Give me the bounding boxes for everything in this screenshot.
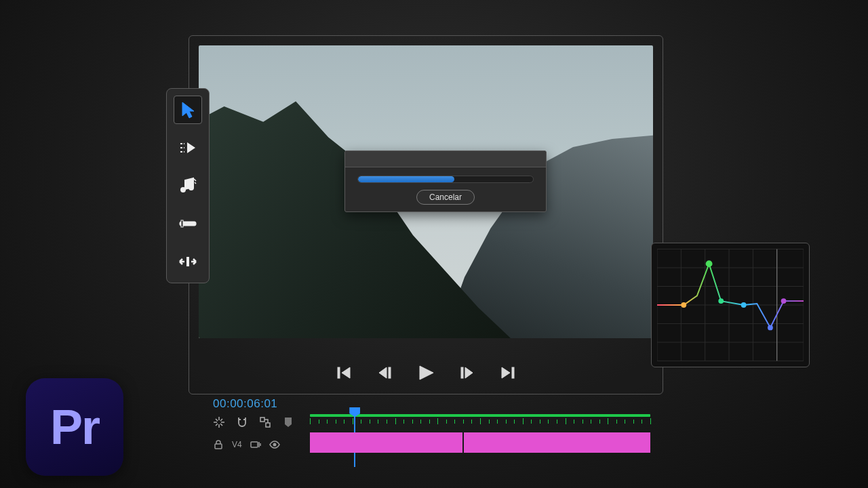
svg-point-33 [718,298,724,304]
timeline-panel: 00:00:06:01 V4 [213,397,654,428]
color-scopes-panel[interactable] [651,243,810,367]
clip-1[interactable] [310,432,462,453]
step-back-button[interactable] [374,361,397,384]
svg-rect-5 [461,367,463,378]
svg-marker-6 [465,367,473,378]
magnet-icon[interactable] [236,416,248,428]
svg-marker-7 [502,367,510,378]
play-button[interactable] [414,361,437,384]
snap-icon[interactable] [213,416,225,428]
svg-marker-4 [420,366,433,380]
go-to-in-button[interactable] [333,361,356,384]
time-ruler[interactable] [310,414,650,422]
svg-point-12 [189,186,193,190]
svg-point-41 [273,443,276,447]
toggle-track-output-icon[interactable] [269,439,280,450]
sync-lock-icon[interactable] [250,439,261,450]
svg-rect-15 [186,257,189,266]
svg-point-34 [741,302,747,308]
svg-point-31 [681,302,686,308]
razor-tool[interactable] [174,209,202,238]
app-icon-label: Pr [50,403,99,451]
marker-icon[interactable] [282,416,294,428]
timecode-display[interactable]: 00:00:06:01 [213,397,654,411]
go-to-out-button[interactable] [496,361,519,384]
step-forward-button[interactable] [455,361,478,384]
svg-marker-2 [379,367,387,378]
ripple-edit-tool[interactable] [174,247,202,276]
svg-rect-39 [215,444,222,449]
track-select-tool[interactable] [174,134,202,162]
svg-rect-0 [338,367,340,378]
svg-rect-3 [389,367,391,378]
svg-marker-9 [182,102,194,118]
svg-point-32 [706,260,713,267]
svg-rect-14 [181,220,183,227]
transport-controls [189,361,663,384]
track-label[interactable]: V4 [232,440,242,449]
selection-tool[interactable] [174,96,202,124]
video-track[interactable] [310,432,650,453]
svg-marker-1 [342,367,350,378]
clip-2[interactable] [464,432,650,453]
svg-point-11 [181,188,185,192]
dialog-titlebar[interactable] [345,151,546,167]
svg-rect-8 [512,367,514,378]
progress-dialog: Cancelar [344,150,547,212]
cancel-button[interactable]: Cancelar [416,190,475,205]
linked-selection-icon[interactable] [259,416,271,428]
svg-point-36 [781,298,787,304]
premiere-pro-app-icon: Pr [26,378,123,476]
svg-point-35 [768,325,773,330]
music-tool[interactable] [174,171,202,200]
svg-rect-38 [266,423,270,427]
progress-bar [357,176,534,183]
svg-rect-40 [251,442,258,447]
svg-marker-10 [187,142,195,153]
preview-panel [189,35,663,394]
color-curves-icon [657,249,804,361]
toolbox [166,88,210,283]
track-header: V4 [213,439,280,450]
svg-rect-37 [260,418,264,422]
lock-icon[interactable] [213,439,224,450]
